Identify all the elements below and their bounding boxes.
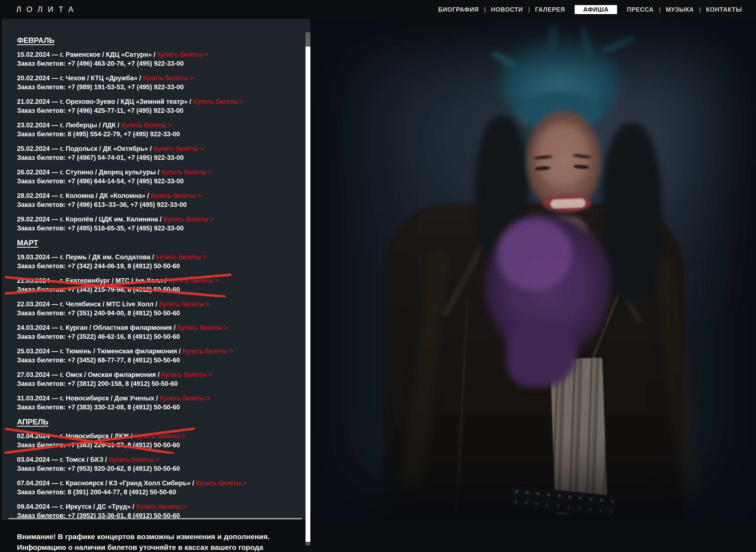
buy-tickets-link[interactable]: Купить билеты > <box>168 277 219 284</box>
event-phones: Заказ билетов: +7 (343) 215-79-98, 8 (49… <box>17 285 303 294</box>
buy-tickets-link[interactable]: Купить билеты > <box>177 324 228 331</box>
nav-item-news[interactable]: НОВОСТИ <box>491 6 523 13</box>
event-phones: Заказ билетов: +7 (496) 613–33–36, +7 (4… <box>17 200 303 209</box>
event-item: 15.02.2024 — г. Раменское / КДЦ «Сатурн»… <box>17 50 303 68</box>
event-title: 22.03.2024 — г. Челябинск / МТС Live Хол… <box>17 300 303 309</box>
event-item: 22.03.2024 — г. Челябинск / МТС Live Хол… <box>17 300 303 318</box>
event-date-city-venue: 20.02.2024 — г. Чехов / КТЦ «Дружба» / <box>17 75 143 82</box>
event-title: 24.03.2024 — г. Курган / Областная филар… <box>17 323 303 332</box>
event-title: 29.02.2024 — г. Королёв / ЦДК им. Калини… <box>17 215 303 224</box>
event-title: 02.04.2024 — г. Новосибирск / ДКЖ / Купи… <box>17 432 303 441</box>
event-phones: Заказ билетов: +7 (383) 229-31-37, 8 (49… <box>17 441 303 450</box>
month-section: АПРЕЛЬ 02.04.2024 — г. Новосибирск / ДКЖ… <box>17 417 303 520</box>
brand-logo[interactable]: ЛОЛИТА <box>16 5 79 14</box>
event-phones: Заказ билетов: +7 (496) 425-77-11, +7 (4… <box>17 106 303 115</box>
event-title: 09.04.2024 — г. Иркутск / ДС «Труд» / Ку… <box>17 502 303 511</box>
buy-tickets-link[interactable]: Купить билеты > <box>153 145 204 152</box>
nav-separator: | <box>484 6 486 13</box>
event-phones: Заказ билетов: +7 (496) 644-14-54, +7 (4… <box>17 177 303 186</box>
nav-item-press[interactable]: ПРЕССА <box>627 6 654 13</box>
event-title: 07.04.2024 — г. Красноярск / КЗ «Гранд Х… <box>17 479 303 488</box>
buy-tickets-link[interactable]: Купить билеты > <box>121 122 172 129</box>
buy-tickets-link[interactable]: Купить билеты > <box>136 503 186 510</box>
buy-tickets-link[interactable]: Купить билеты > <box>156 253 206 261</box>
artist-photo <box>310 19 756 520</box>
event-title: 28.02.2024 — г. Коломна / ДК «Коломна» /… <box>17 191 303 200</box>
nav-item-contacts[interactable]: КОНТАКТЫ <box>706 6 742 13</box>
event-title: 27.03.2024 — г. Омск / Омская филармония… <box>17 370 303 379</box>
footer: Внимание! В графике концертов возможны и… <box>0 520 756 552</box>
buy-tickets-link[interactable]: Купить билеты > <box>134 432 185 440</box>
buy-tickets-link[interactable]: Купить билеты > <box>160 395 210 402</box>
event-item: 31.03.2024 — г. Новосибирск / Дом Ученых… <box>17 394 303 412</box>
event-date-city-venue: 25.03.2024 — г. Тюмень / Тюменская филар… <box>17 348 183 355</box>
tour-schedule-list: ФЕВРАЛЬ 15.02.2024 — г. Раменское / КДЦ … <box>17 36 303 526</box>
event-date-city-venue: 03.04.2024 — г. Томск / БКЗ / <box>17 456 109 463</box>
event-date-city-venue: 28.02.2024 — г. Коломна / ДК «Коломна» / <box>17 192 151 199</box>
event-title: 21.03.2024 — г. Екатеринбург / МТС Live … <box>17 276 303 285</box>
horizontal-divider <box>8 518 302 519</box>
event-item: 19.03.2024 — г. Пермь / ДК им. Солдатова… <box>17 253 303 271</box>
event-title: 21.02.2024 — г. Орехово-Зуево / КДЦ «Зим… <box>17 97 303 106</box>
buy-tickets-link[interactable]: Купить билеты > <box>193 98 244 105</box>
buy-tickets-link[interactable]: Купить билеты > <box>143 75 193 82</box>
event-title: 20.02.2024 — г. Чехов / КТЦ «Дружба» / К… <box>17 74 303 83</box>
buy-tickets-link[interactable]: Купить билеты > <box>161 371 212 378</box>
top-navbar: ЛОЛИТА БИОГРАФИЯ|НОВОСТИ|ГАЛЕРЕЯАФИШАПРЕ… <box>0 0 756 19</box>
nav-item-gallery[interactable]: ГАЛЕРЕЯ <box>535 6 565 13</box>
event-title: 25.03.2024 — г. Тюмень / Тюменская филар… <box>17 347 303 356</box>
month-section: ФЕВРАЛЬ 15.02.2024 — г. Раменское / КДЦ … <box>17 36 303 233</box>
event-phones: Заказ билетов: +7 (4967) 54-74-01, +7 (4… <box>17 153 303 162</box>
month-header: АПРЕЛЬ <box>17 417 303 426</box>
event-title: 31.03.2024 — г. Новосибирск / Дом Ученых… <box>17 394 303 403</box>
footer-note: Внимание! В графике концертов возможны и… <box>17 531 270 552</box>
event-date-city-venue: 21.03.2024 — г. Екатеринбург / МТС Live … <box>17 277 168 284</box>
scrollbar-bottom-block <box>305 542 310 545</box>
footer-note-line1: Внимание! В графике концертов возможны и… <box>17 531 270 542</box>
event-item: 26.02.2024 — г. Ступино / Дворец культур… <box>17 168 303 186</box>
event-date-city-venue: 21.02.2024 — г. Орехово-Зуево / КДЦ «Зим… <box>17 98 193 105</box>
event-item: 03.04.2024 — г. Томск / БКЗ / Купить бил… <box>17 455 303 473</box>
event-title: 19.03.2024 — г. Пермь / ДК им. Солдатова… <box>17 253 303 262</box>
buy-tickets-link[interactable]: Купить билеты > <box>159 300 209 308</box>
buy-tickets-link[interactable]: Купить билеты > <box>161 168 212 176</box>
event-date-city-venue: 02.04.2024 — г. Новосибирск / ДКЖ / <box>17 432 134 440</box>
photo-vignette <box>310 19 756 520</box>
event-title: 15.02.2024 — г. Раменское / КДЦ «Сатурн»… <box>17 50 303 59</box>
scrollbar-thumb[interactable] <box>305 32 310 46</box>
event-phones: Заказ билетов: +7 (953) 920-20-62, 8 (49… <box>17 464 303 473</box>
buy-tickets-link[interactable]: Купить билеты > <box>109 456 159 463</box>
buy-tickets-link[interactable]: Купить билеты > <box>151 192 201 199</box>
buy-tickets-link[interactable]: Купить билеты > <box>163 216 214 223</box>
event-phones: Заказ билетов: +7 (3452) 68-77-77, 8 (49… <box>17 356 303 365</box>
event-item: 28.02.2024 — г. Коломна / ДК «Коломна» /… <box>17 191 303 209</box>
tour-schedule-panel: ФЕВРАЛЬ 15.02.2024 — г. Раменское / КДЦ … <box>2 19 310 520</box>
scrollbar-track[interactable] <box>305 32 310 542</box>
nav-item-biography[interactable]: БИОГРАФИЯ <box>438 6 479 13</box>
event-phones: Заказ билетов: +7 (3522) 46-62-16, 8 (49… <box>17 332 303 341</box>
event-date-city-venue: 22.03.2024 — г. Челябинск / МТС Live Хол… <box>17 300 159 308</box>
event-phones: Заказ билетов: 8 (391) 200-44-77, 8 (491… <box>17 488 303 497</box>
event-item: 25.03.2024 — г. Тюмень / Тюменская филар… <box>17 347 303 365</box>
event-date-city-venue: 07.04.2024 — г. Красноярск / КЗ «Гранд Х… <box>17 479 196 487</box>
event-item: 20.02.2024 — г. Чехов / КТЦ «Дружба» / К… <box>17 74 303 92</box>
month-section: МАРТ 19.03.2024 — г. Пермь / ДК им. Солд… <box>17 238 303 412</box>
event-phones: Заказ билетов: +7 (383) 330-12-08, 8 (49… <box>17 403 303 412</box>
event-phones: Заказ билетов: +7 (342) 244-06-19, 8 (49… <box>17 262 303 271</box>
buy-tickets-link[interactable]: Купить билеты > <box>183 348 233 355</box>
event-phones: Заказ билетов: 8 (495) 554-22-79, +7 (49… <box>17 130 303 139</box>
event-phones: Заказ билетов: +7 (496) 463-20-76, +7 (4… <box>17 59 303 68</box>
event-date-city-venue: 24.03.2024 — г. Курган / Областная филар… <box>17 324 177 331</box>
nav-item-afisha[interactable]: АФИША <box>575 5 617 14</box>
month-header: МАРТ <box>17 238 303 247</box>
event-title: 23.02.2024 — г. Люберцы / ЛДК / Купить б… <box>17 121 303 130</box>
event-date-city-venue: 15.02.2024 — г. Раменское / КДЦ «Сатурн»… <box>17 51 157 58</box>
nav-item-music[interactable]: МУЗЫКА <box>666 6 694 13</box>
event-phones: Заказ билетов: +7 (495) 516-65-35, +7 (4… <box>17 224 303 233</box>
event-date-city-venue: 29.02.2024 — г. Королёв / ЦДК им. Калини… <box>17 216 163 223</box>
nav-separator: | <box>699 6 701 13</box>
buy-tickets-link[interactable]: Купить билеты > <box>196 479 246 487</box>
event-date-city-venue: 19.03.2024 — г. Пермь / ДК им. Солдатова… <box>17 253 156 261</box>
buy-tickets-link[interactable]: Купить билеты > <box>157 51 208 58</box>
event-date-city-venue: 31.03.2024 — г. Новосибирск / Дом Ученых… <box>17 395 160 402</box>
